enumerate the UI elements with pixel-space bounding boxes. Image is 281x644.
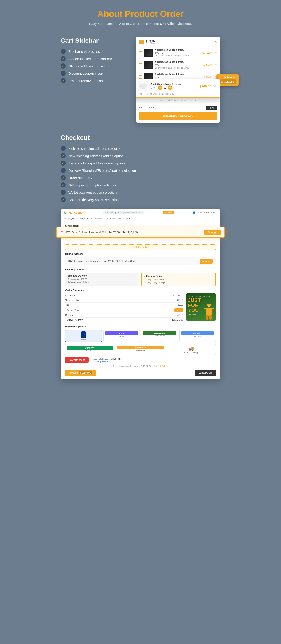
page-wrapper: About Product Order Easy & convenient 'A…	[61, 9, 220, 379]
terms-link[interactable]: Terms & Details	[154, 365, 168, 367]
summary-total-value: $1,676.00	[172, 318, 183, 321]
cart-item-details: AppleWatch Series 6 from... QTY : 1 Colo…	[155, 61, 201, 69]
close-icon[interactable]: ✕	[214, 40, 217, 44]
proceed-button[interactable]: Proceed $ 1,656.00	[65, 370, 96, 376]
qty-label: QTY :	[155, 76, 160, 78]
hero-subtitle-text: Easy & convenient 'Add to Cart & the sim…	[89, 22, 159, 26]
payment-options-title: Payment Options	[65, 325, 216, 328]
nav-item-more[interactable]: More	[126, 218, 131, 220]
cart-sidebar-section: Cart Sidebar ✓ Sidebar cart processing ✓…	[61, 37, 220, 123]
paypal-logo: P	[81, 331, 86, 338]
cart-item-expanded: ✓ AppleWatch Series 6 from...	[136, 78, 220, 98]
standard-delivery-option[interactable]: Standard Delivery Delivery cost : $10.00…	[65, 273, 139, 286]
feature-text: New shipping address adding option	[68, 154, 124, 158]
nav-item-offers[interactable]: Offers	[118, 218, 124, 220]
nav-item-campaigns[interactable]: Campaigns	[91, 218, 102, 220]
express-delivery-title: Express Delivery	[146, 275, 165, 278]
feature-text: Online payment option selection	[68, 183, 117, 187]
promo-figure	[203, 302, 215, 321]
recharge-wallet-link[interactable]: Recharge Wallet	[93, 360, 108, 363]
qty-label: QTY :	[155, 52, 160, 54]
login-link[interactable]: Login	[197, 212, 202, 214]
summary-value: $10.00	[176, 304, 183, 306]
floating-cart-price: $ 1,656.00	[219, 79, 236, 84]
summary-row: Discount -$0.00	[65, 313, 183, 318]
wallet-pay-button[interactable]: Pay with wallet	[65, 357, 89, 363]
checkout-button[interactable]: CHECKOUT $1,656.00	[139, 112, 217, 120]
summary-value: $1,656.00	[173, 294, 184, 297]
cart-item-name: AppleWatch Series 6 from...	[155, 49, 201, 51]
qty-controls: QTY : − 1 +	[151, 86, 198, 90]
cart-item-checkbox[interactable]	[139, 75, 142, 78]
cart-item-checkbox[interactable]	[139, 63, 142, 66]
stripe-payment-option[interactable]: stripe Stripe	[103, 330, 140, 342]
nav-item-flash-sales[interactable]: Flash Sales	[105, 218, 115, 220]
delete-icon[interactable]: 🗑	[214, 51, 217, 54]
cart-item-checkbox[interactable]	[139, 51, 142, 54]
paypal-payment-option[interactable]: P PayPal	[65, 330, 102, 342]
summary-value: -$0.00	[177, 314, 183, 316]
wallet-info: Your wallet balance : $10,000.00 Recharg…	[93, 358, 123, 363]
feature-text: Cash on delivery option selection	[68, 198, 119, 202]
billing-text-content: 3971 Peaceful Lane, Lakewood, Ohio, 4410…	[68, 260, 135, 263]
summary-value: $10.00	[176, 299, 183, 302]
feature-text: Sidebar cart processing	[68, 50, 104, 54]
express-delivery-option[interactable]: ● Express Delivery Delivery cost : $25.0…	[141, 273, 216, 286]
qty-value: 1	[162, 64, 163, 66]
qty-increase-button[interactable]: +	[168, 86, 172, 90]
nav-item-all-categories[interactable]: All Categories	[64, 218, 77, 220]
change-billing-button[interactable]: Change	[200, 259, 213, 264]
cancel-order-button[interactable]: Cancel Order	[195, 370, 216, 376]
apply-button[interactable]: Apply	[206, 106, 217, 110]
cod-payment-option[interactable]: 🚚 Cash on Delivery	[167, 344, 216, 355]
svg-point-9	[210, 305, 210, 305]
delete-icon[interactable]: 🗑	[214, 85, 217, 88]
razorpay-payment-option[interactable]: Razorpay Razorpay	[179, 330, 216, 342]
mockup-search[interactable]: Search for products, brands and more...	[103, 211, 144, 214]
mockup-content: Checkout Delivery Address + Add New Addr…	[61, 221, 220, 379]
paystack-payment-option[interactable]: ◎ paystack Paystack	[65, 344, 114, 355]
list-item: ✓ Product remove option	[61, 78, 131, 83]
address-highlight-content: 📍 3971 Peaceful Lane, Lakewood, Ohio, 44…	[60, 231, 138, 234]
svg-rect-7	[209, 315, 212, 320]
summary-label: Shipping Charge	[65, 299, 82, 302]
list-item: ✓ Multiple shipping address selection	[61, 146, 220, 151]
razorpay-logo: Razorpay	[181, 331, 214, 335]
search-button[interactable]: Search	[163, 211, 174, 214]
checkout-title: Checkout	[61, 134, 220, 141]
checkout-section: Checkout ✓ Multiple shipping address sel…	[61, 134, 220, 202]
paystack-logo: ◎ paystack	[67, 346, 113, 350]
coupon-code-input[interactable]	[65, 308, 173, 312]
add-new-address-button[interactable]: + Add New Address	[65, 244, 216, 250]
qty-decrease-button[interactable]: −	[158, 86, 162, 90]
cart-item-image	[144, 61, 153, 69]
check-icon: ✓	[61, 190, 66, 195]
coupon-apply-button[interactable]: Apply	[175, 308, 183, 312]
change-address-button[interactable]: Change	[204, 230, 221, 235]
floating-cart-count: 5 item(s)	[225, 76, 235, 78]
expanded-item-name: AppleWatch Series 6 from...	[151, 83, 198, 86]
cart-item-details: AppleWatch Series 6 from... QTY : − 1 +	[151, 83, 198, 90]
cart-item-price: $29.00	[204, 76, 212, 78]
flutterwave-label: Flutterwave	[117, 350, 164, 352]
qty-value: 1	[162, 52, 163, 54]
summary-row: Sub Total $1,656.00	[65, 294, 183, 298]
order-summary-title: Order Summary	[65, 289, 216, 292]
flutterwave-payment-option[interactable]: Flutterwave Flutterwave	[116, 344, 165, 355]
check-icon: ✓	[61, 197, 66, 202]
ssl-payment-option[interactable]: SSLCOMMERZ SSLCommerz	[141, 330, 178, 342]
summary-row: Shipping Charge $10.00	[65, 298, 183, 302]
cart-feature-list: ✓ Sidebar cart processing ✓ Select/unsel…	[61, 49, 131, 83]
expanded-item-price: $249.00	[200, 84, 211, 88]
delete-icon[interactable]: 🗑	[214, 63, 217, 66]
promo-banner: Free & Sale Home Delivery JUSTFORYOU 71 …	[186, 294, 216, 321]
floating-cart-items: 🛒 5 item(s)	[219, 75, 236, 78]
list-item: ✓ Wallet payment option selection	[61, 190, 220, 195]
standard-delivery-cost: Delivery cost : $10.00 Delivery timing :…	[67, 278, 137, 284]
register-link[interactable]: Registration	[206, 212, 217, 214]
user-icon: 👤	[193, 212, 195, 214]
paypal-label: PayPal	[67, 338, 100, 340]
nav-item-all-brands[interactable]: All Brands	[79, 218, 89, 220]
express-delivery-header: ● Express Delivery	[144, 275, 213, 278]
mockup-topbar: 🏪 THE THE SHOP Search for products, bran…	[61, 209, 220, 216]
